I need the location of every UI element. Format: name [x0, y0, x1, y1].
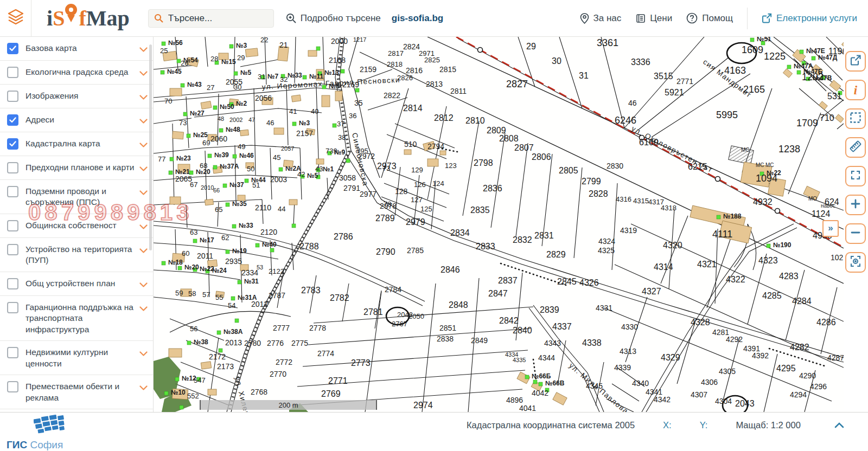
parcel-label: 2173	[217, 362, 234, 371]
layer-row[interactable]: Изображения	[0, 85, 153, 108]
layer-checkbox[interactable]	[7, 302, 18, 313]
layer-checkbox[interactable]	[7, 244, 18, 255]
sidebar-scrollbar[interactable]	[149, 44, 152, 250]
layer-checkbox[interactable]	[7, 67, 18, 78]
search-box[interactable]	[148, 9, 274, 28]
measure-button[interactable]	[845, 137, 866, 158]
parcel-label: 4315	[633, 197, 649, 205]
search-input[interactable]	[168, 13, 260, 24]
layer-row[interactable]: Адреси	[0, 108, 153, 132]
map-canvas[interactable]: №5625262829№3222120001217№54№45№15№52055…	[154, 37, 844, 412]
select-area-button[interactable]	[845, 108, 866, 129]
info-button[interactable]: i	[845, 80, 866, 100]
map-toolbar: i	[844, 37, 868, 412]
chevron-down-icon[interactable]	[139, 304, 148, 314]
layer-row[interactable]: Гаранционна поддръжка на транспортната и…	[0, 296, 153, 341]
layer-row[interactable]: Подземни проводи и съоръжения (ППС)	[0, 180, 153, 214]
parcel-label: 4329	[661, 353, 680, 362]
parcel-label: 2842	[499, 316, 519, 325]
parcel-label: 125	[420, 205, 432, 213]
chevron-down-icon[interactable]	[139, 93, 148, 102]
layer-row[interactable]: Екологична градска среда	[0, 61, 153, 85]
chevron-down-icon[interactable]	[139, 45, 148, 55]
cadastral-map[interactable]: №5625262829№3222120001217№54№45№15№52055…	[154, 37, 844, 412]
chevron-down-icon[interactable]	[139, 188, 148, 198]
layer-checkbox[interactable]	[7, 114, 18, 126]
parcel-label: 2778	[309, 324, 326, 332]
chevron-down-icon[interactable]	[139, 246, 148, 256]
layer-checkbox[interactable]	[7, 381, 18, 392]
open-in-new-button[interactable]	[845, 51, 866, 72]
parcel-label: 2810	[465, 116, 485, 125]
parcel-label: МС	[765, 162, 774, 168]
parcel-label: 2010	[201, 184, 214, 191]
toolbar-collapse-button[interactable]: »	[822, 220, 839, 237]
address-label: №15	[221, 58, 236, 66]
parcel-label: 2771	[676, 77, 693, 86]
parcel-label: 53	[257, 264, 263, 270]
layer-checkbox[interactable]	[7, 278, 18, 289]
chevron-down-icon[interactable]	[139, 117, 148, 126]
layer-row[interactable]: Общ устройствен план	[0, 272, 153, 296]
parcel-label: 2770	[270, 370, 286, 378]
layer-checkbox[interactable]	[7, 91, 18, 102]
parcel-label: 2050	[409, 312, 424, 320]
layer-row[interactable]: Недвижими културни ценности	[0, 341, 153, 375]
layer-checkbox[interactable]	[7, 220, 18, 231]
parcel-label: 2807	[514, 143, 534, 152]
layer-checkbox[interactable]	[7, 186, 18, 197]
layer-checkbox[interactable]	[7, 138, 18, 150]
chevron-down-icon[interactable]	[139, 140, 148, 150]
address-label: №66В	[545, 379, 565, 387]
layer-row[interactable]: Преместваеми обекти и реклама	[0, 375, 153, 409]
layer-row[interactable]: Предходни планове и карти	[0, 156, 153, 180]
parcel-label: 54	[228, 301, 235, 310]
parcel-label: 2849	[471, 336, 488, 345]
layer-row[interactable]: Базова карта	[0, 37, 153, 61]
parcel-label: 4896	[506, 396, 523, 404]
parcel-label: 552	[187, 392, 199, 400]
parcel-label: 29	[526, 42, 536, 51]
site-link[interactable]: gis-sofia.bg	[392, 13, 443, 24]
parcel-label: 2813	[426, 80, 443, 88]
layer-row[interactable]: Общинска собственост	[0, 214, 153, 238]
chevron-down-icon[interactable]	[139, 349, 148, 359]
gis-sofia-logo[interactable]: ГИС София	[7, 415, 88, 451]
gis-logo-text: ГИС	[7, 439, 27, 450]
chevron-down-icon[interactable]	[139, 69, 148, 79]
parcel-label: 3515	[654, 72, 673, 81]
chevron-down-icon[interactable]	[139, 164, 148, 174]
layer-checkbox[interactable]	[7, 43, 18, 54]
footer-collapse-button[interactable]	[834, 420, 844, 430]
header-divider	[747, 8, 748, 29]
parcel-label: 2043	[735, 399, 755, 408]
parcel-label: 129	[411, 166, 423, 174]
locate-button[interactable]	[845, 252, 866, 273]
layer-row[interactable]: Кадастрална карта	[0, 132, 153, 156]
layer-row[interactable]: Устройство на територията (ПУП)	[0, 238, 153, 272]
full-extent-button[interactable]	[845, 166, 866, 186]
parcel-label: 4326	[579, 278, 599, 287]
zoom-out-button[interactable]	[845, 223, 866, 244]
zoom-in-button[interactable]	[845, 195, 866, 215]
chevron-down-icon[interactable]	[139, 222, 148, 232]
advanced-search-link[interactable]: Подробно търсене	[286, 13, 381, 24]
x-coordinate-label: X:	[663, 420, 672, 430]
eservices-link[interactable]: Електронни услуги	[762, 13, 857, 24]
parcel-label: 31	[258, 73, 265, 81]
layer-checkbox[interactable]	[7, 162, 18, 173]
help-label: Помощ	[702, 13, 733, 24]
layers-menu-button[interactable]	[0, 0, 31, 37]
help-link[interactable]: Помощ	[686, 12, 733, 24]
layer-checkbox[interactable]	[7, 347, 18, 358]
address-label: №35	[232, 200, 247, 208]
parcel-label: 2172	[209, 352, 226, 361]
chevron-down-icon[interactable]	[139, 383, 148, 393]
parcel-label: 2818	[387, 60, 403, 68]
parcel-label: 1609	[742, 44, 763, 55]
prices-link[interactable]: Цени	[635, 13, 672, 24]
app-logo[interactable]: iSfMap	[47, 5, 130, 31]
address-label: №38А	[224, 328, 243, 336]
about-link[interactable]: За нас	[580, 13, 622, 24]
chevron-down-icon[interactable]	[139, 280, 148, 290]
